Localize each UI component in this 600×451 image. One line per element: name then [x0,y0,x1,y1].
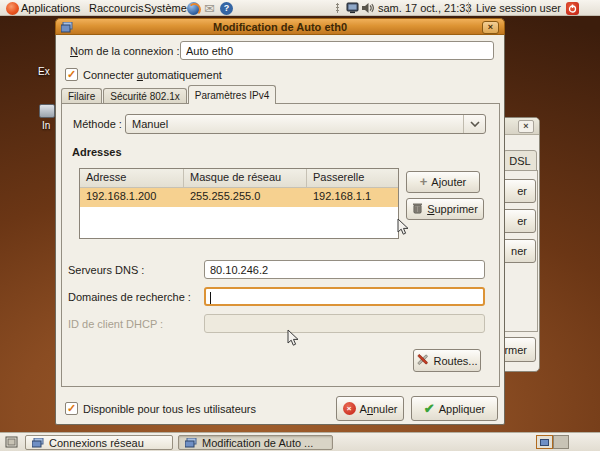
workspace-window-thumb [540,439,549,446]
autoconnect-label: Connecter automatiquement [83,69,222,81]
window-icon [185,438,197,448]
chevron-down-icon [463,115,485,133]
install-desktop-icon[interactable] [39,104,55,118]
tab-dsl[interactable]: DSL [503,150,537,171]
cancel-button[interactable]: × Annuler [336,396,404,421]
apply-button[interactable]: ✔ Appliquer [411,396,498,421]
routes-button[interactable]: Routes... [413,349,481,372]
search-domains-input[interactable] [204,287,485,306]
menu-places[interactable]: Raccourcis [86,0,146,16]
delete-address-button[interactable]: Supprimer [406,198,484,220]
method-label: Méthode : [73,118,122,130]
tab-security-802-1x[interactable]: Sécurité 802.1x [103,88,187,103]
panel-drag-handle[interactable] [336,3,339,13]
plus-icon: + [420,176,428,188]
text-caret [210,292,211,304]
check-icon: ✓ [67,69,76,80]
task-edit-connection[interactable]: Modification de Auto ... [178,435,333,450]
dialog-titlebar[interactable]: Modification de Auto eth0 × [55,18,505,35]
gnome-top-panel: Applications Raccourcis Système ✉ ? sam.… [0,0,600,16]
clock[interactable]: sam. 17 oct., 21:33 [375,0,475,16]
dialog-title: Modification de Auto eth0 [56,21,504,33]
panel-separator [468,2,469,14]
connection-name-label: Nom de la connexion : [70,45,179,57]
workspace-1[interactable] [536,435,553,449]
desktop-icon-label-install[interactable]: In [42,120,50,131]
ipv4-tab-panel [61,103,500,387]
mail-icon[interactable]: ✉ [201,0,218,16]
addresses-section-title: Adresses [72,146,122,158]
close-icon[interactable]: × [518,120,534,133]
add-address-button[interactable]: + Ajouter [406,171,480,193]
menu-applications[interactable]: Applications [18,0,83,16]
table-row[interactable]: 192.168.1.200 255.255.255.0 192.168.1.1 [80,188,398,207]
help-icon[interactable]: ? [217,0,236,16]
mouse-cursor [397,218,411,236]
user-session-menu[interactable]: Live session user [473,0,564,16]
method-selected-value: Manuel [132,118,168,130]
mouse-cursor-secondary [287,329,301,347]
addresses-table: Adresse Masque de réseau Passerelle 192.… [79,168,399,239]
cancel-x-icon: × [343,402,356,415]
check-icon: ✓ [67,403,76,414]
connection-name-input[interactable] [180,41,494,60]
apply-check-icon: ✔ [424,402,435,415]
dhcp-client-id-label: ID de client DHCP : [68,318,163,330]
tab-wired[interactable]: Filaire [61,88,102,103]
column-header-address[interactable]: Adresse [80,169,184,187]
power-session-icon[interactable] [563,0,582,16]
settings-tabs: Filaire Sécurité 802.1x Paramètres IPv4 [61,85,277,103]
tab-ipv4-settings[interactable]: Paramètres IPv4 [188,85,276,104]
available-to-all-label: Disponible pour tous les utilisateurs [83,403,256,415]
menu-system[interactable]: Système [141,0,190,16]
window-icon [32,438,44,448]
trash-icon [412,202,423,216]
autoconnect-checkbox[interactable]: ✓ [65,68,78,81]
show-desktop-icon[interactable] [2,434,21,450]
tools-icon [416,353,429,368]
column-header-netmask[interactable]: Masque de réseau [184,169,307,187]
cell-address: 192.168.1.200 [80,188,184,207]
dhcp-client-id-input [204,314,485,333]
column-header-gateway[interactable]: Passerelle [307,169,398,187]
addresses-table-header: Adresse Masque de réseau Passerelle [80,169,398,188]
available-to-all-checkbox[interactable]: ✓ [65,402,78,415]
method-dropdown[interactable]: Manuel [125,114,486,134]
cell-netmask: 255.255.255.0 [184,188,307,207]
desktop-icon-label-examples[interactable]: Ex [38,66,50,77]
dns-servers-input[interactable] [204,260,485,279]
desktop: Ex In × DSL er er ner rmer Modification … [0,0,600,451]
workspace-2[interactable] [553,435,569,449]
bottom-taskbar: Connexions réseau Modification de Auto .… [0,432,600,451]
dns-servers-label: Serveurs DNS : [68,264,144,276]
task-network-connections[interactable]: Connexions réseau [25,435,173,450]
edit-connection-dialog: Modification de Auto eth0 × Nom de la co… [55,18,505,425]
cell-gateway: 192.168.1.1 [307,188,398,207]
search-domains-label: Domaines de recherche : [68,291,191,303]
close-icon[interactable]: × [482,21,499,34]
